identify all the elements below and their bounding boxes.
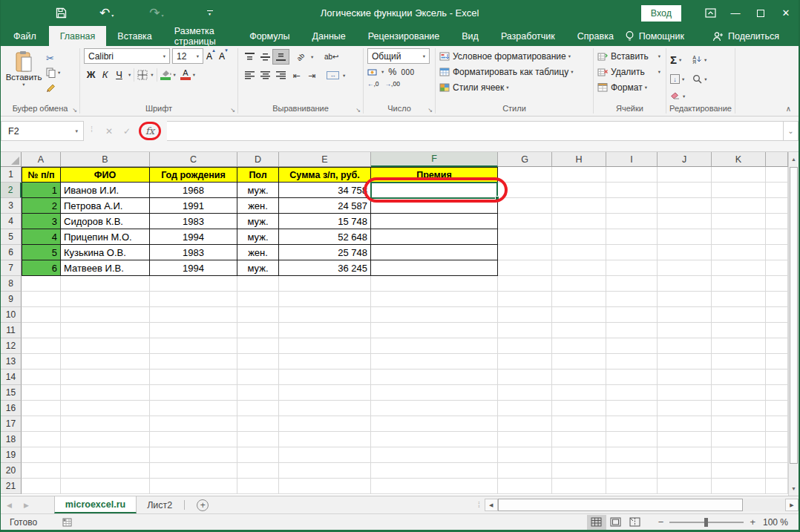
cell-J15[interactable]: [658, 385, 712, 401]
cell-I10[interactable]: [606, 307, 658, 323]
bold-button[interactable]: Ж: [84, 68, 98, 82]
sheet-tab-list2[interactable]: Лист2: [137, 496, 183, 513]
share-button[interactable]: Поделиться: [712, 31, 779, 42]
customize-qat-icon[interactable]: ▾: [207, 10, 213, 16]
cell-x14[interactable]: [766, 370, 788, 385]
cell-J7[interactable]: [658, 260, 712, 276]
cell-A6[interactable]: 5: [22, 245, 61, 260]
cell-E14[interactable]: [279, 370, 371, 385]
cell-C1[interactable]: Год рождения: [150, 167, 237, 183]
cell-A17[interactable]: [22, 416, 61, 432]
cell-x3[interactable]: [766, 198, 788, 214]
cell-E11[interactable]: [279, 323, 371, 338]
cell-K2[interactable]: [712, 183, 766, 198]
cell-G20[interactable]: [498, 463, 552, 479]
enter-icon[interactable]: ✓: [118, 126, 136, 137]
cell-G5[interactable]: [498, 229, 552, 245]
cell-G7[interactable]: [498, 260, 552, 276]
cell-D14[interactable]: [237, 370, 279, 385]
cell-B11[interactable]: [61, 323, 150, 338]
column-header-H[interactable]: H: [552, 152, 606, 167]
row-header-20[interactable]: 20: [1, 463, 22, 479]
font-color-icon[interactable]: А: [180, 69, 191, 80]
copy-icon[interactable]: ▾: [46, 67, 60, 79]
cell-styles-button[interactable]: Стили ячеек▾: [439, 80, 591, 94]
tab-insert[interactable]: Вставка: [106, 26, 163, 46]
assistant-button[interactable]: Помощник: [625, 30, 684, 42]
cell-D19[interactable]: [237, 447, 279, 463]
cell-G16[interactable]: [498, 401, 552, 416]
cell-x9[interactable]: [766, 292, 788, 307]
cell-F17[interactable]: [371, 416, 498, 432]
cell-G4[interactable]: [498, 214, 552, 229]
undo-icon[interactable]: ↶▾: [99, 5, 114, 21]
cell-J18[interactable]: [658, 432, 712, 447]
cell-x15[interactable]: [766, 385, 788, 401]
cell-E10[interactable]: [279, 307, 371, 323]
conditional-formatting-button[interactable]: Условное форматирование▾: [439, 49, 591, 63]
maximize-button[interactable]: [748, 0, 773, 26]
row-header-8[interactable]: 8: [1, 276, 22, 292]
save-icon[interactable]: [56, 7, 67, 19]
increase-font-icon[interactable]: A▲: [206, 51, 212, 62]
cell-B3[interactable]: Петрова А.И.: [61, 198, 150, 214]
cell-C18[interactable]: [150, 432, 237, 447]
cell-C4[interactable]: 1983: [150, 214, 237, 229]
row-header-7[interactable]: 7: [1, 260, 22, 276]
cell-C13[interactable]: [150, 354, 237, 370]
cell-F10[interactable]: [371, 307, 498, 323]
cell-I15[interactable]: [606, 385, 658, 401]
cell-J14[interactable]: [658, 370, 712, 385]
cell-J11[interactable]: [658, 323, 712, 338]
zoom-slider-thumb[interactable]: [704, 518, 708, 527]
new-sheet-icon[interactable]: +: [197, 499, 209, 511]
cell-K10[interactable]: [712, 307, 766, 323]
cell-E21[interactable]: [279, 479, 371, 494]
cell-D1[interactable]: Пол: [237, 167, 279, 183]
cell-D21[interactable]: [237, 479, 279, 494]
cell-A16[interactable]: [22, 401, 61, 416]
cell-I3[interactable]: [606, 198, 658, 214]
cell-K5[interactable]: [712, 229, 766, 245]
clipboard-dialog-launcher-icon[interactable]: ↘: [72, 108, 77, 114]
zoom-slider[interactable]: [669, 522, 744, 523]
cell-H3[interactable]: [552, 198, 606, 214]
cell-G15[interactable]: [498, 385, 552, 401]
cell-E9[interactable]: [279, 292, 371, 307]
cell-A20[interactable]: [22, 463, 61, 479]
cell-F18[interactable]: [371, 432, 498, 447]
cell-A10[interactable]: [22, 307, 61, 323]
cell-D11[interactable]: [237, 323, 279, 338]
cell-I13[interactable]: [606, 354, 658, 370]
alignment-dialog-launcher-icon[interactable]: ↘: [355, 108, 361, 114]
cell-K19[interactable]: [712, 447, 766, 463]
cell-E13[interactable]: [279, 354, 371, 370]
cell-J8[interactable]: [658, 276, 712, 292]
cell-B20[interactable]: [61, 463, 150, 479]
page-break-view-icon[interactable]: [626, 515, 645, 530]
cell-E18[interactable]: [279, 432, 371, 447]
cell-B15[interactable]: [61, 385, 150, 401]
cell-D6[interactable]: жен.: [237, 245, 279, 260]
name-box[interactable]: F2 ▾: [1, 121, 84, 141]
cell-H11[interactable]: [552, 323, 606, 338]
row-header-4[interactable]: 4: [1, 214, 22, 229]
close-button[interactable]: ✕: [773, 0, 799, 26]
scroll-left-icon[interactable]: ◀: [485, 499, 498, 511]
cell-D4[interactable]: муж.: [237, 214, 279, 229]
cell-G1[interactable]: [498, 167, 552, 183]
cell-B21[interactable]: [61, 479, 150, 494]
cell-K21[interactable]: [712, 479, 766, 494]
cell-K17[interactable]: [712, 416, 766, 432]
column-header-E[interactable]: E: [279, 152, 371, 167]
minimize-button[interactable]: —: [723, 0, 748, 26]
cell-I21[interactable]: [606, 479, 658, 494]
tab-file[interactable]: Файл: [1, 26, 49, 46]
column-header-C[interactable]: C: [150, 152, 237, 167]
cell-J3[interactable]: [658, 198, 712, 214]
align-top-icon[interactable]: [242, 50, 258, 64]
cell-J4[interactable]: [658, 214, 712, 229]
cell-J12[interactable]: [658, 338, 712, 354]
cell-A3[interactable]: 2: [22, 198, 61, 214]
delete-cells-button[interactable]: Удалить▾: [597, 65, 663, 79]
